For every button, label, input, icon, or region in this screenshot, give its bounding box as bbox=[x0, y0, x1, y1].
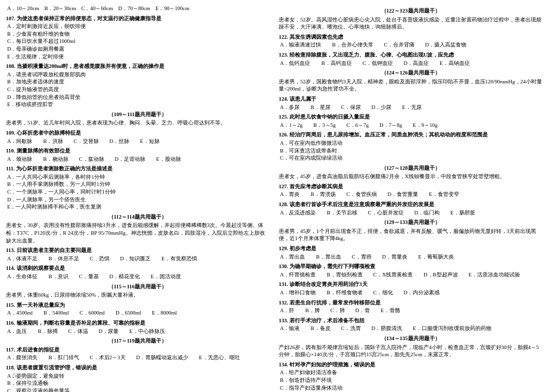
s122-header: （122～123题共用题干） bbox=[279, 7, 542, 15]
watermark: IV Wrote bbox=[12, 372, 33, 380]
s112-header: （112～114题共用题干） bbox=[6, 213, 269, 221]
q129-stem: 患者男，45岁，1个月前出现食不正，排便，食欲减退，并有反酸、嗳气，服偏放药物无… bbox=[279, 228, 542, 242]
s109-header: （109～111题共用题干） bbox=[6, 111, 269, 119]
q122-stem: 患者女，52岁。高风湿性心脏病患心尖入院，处台于喜普级液抗感染，近量注射置药物治… bbox=[279, 16, 542, 31]
q132-title: 132. 若患生自行抗排，最常发作转移部位是 bbox=[279, 299, 542, 307]
q111: 111. 为心坏折患者测脉数正确的方法是描述是 A．一人共同心率后测脉率，各时持… bbox=[6, 165, 269, 211]
intro-options: A．10～20cm B．20～30cm C．40～60cm D．70～80cm … bbox=[6, 5, 269, 13]
q115: 115. 第一天补液总量应为 A．4500ml B．5400ml C．6000m… bbox=[6, 301, 269, 317]
q127-options: A．胃炎 B．胃溃疡 C．食管疾病 D．食管重量 E．食管变窄 bbox=[280, 191, 542, 198]
q110: 110. 测量脉搏的有效部位是 A．颈动脉 B．桡动脉 C．肱动脉 D．足背动脉… bbox=[6, 147, 269, 163]
q115-title: 115. 第一天补液总量应为 bbox=[6, 301, 269, 309]
q107-title: 107. 为使这患者保持正常的排便形态，对支温行的正确健康指导是 bbox=[6, 15, 269, 23]
q111-options: A．一人共同心率后测脉率，各时持1分钟 B．一人用手掌测脉搏数，另一人同时1分钟… bbox=[7, 173, 269, 211]
q116-title: 116. 输液期间，判断右容量是否补足的算段、可靠的指标是 bbox=[6, 319, 269, 327]
q131-options: A．增补口食物 B．纤维食物者 C．细化 D．内分泌素感 bbox=[280, 289, 542, 297]
q126: 126. 经治疗两周后，患儿尿排增加。血压正常，间质血肿消失；其机动动的程度和范… bbox=[279, 131, 542, 161]
q108: 108. 当摄积液量达200ml时，患者感觉腹胀并有便意，正确的操作是 A．请患… bbox=[6, 63, 269, 108]
q132-options: A．肝 B．脾 C．肺 D．骨 E．骨骼 bbox=[280, 307, 542, 315]
q109-options: A．间歇脉 B．洪脉 C．交替脉 D．丝脉 E．短脉 bbox=[7, 138, 269, 145]
q125: 125. 此时患儿饮食中钠的日摄入量应是 A．1～2g B．3～5g C．6～7… bbox=[279, 113, 542, 129]
q126-title: 126. 经治疗两周后，患儿尿排增加。血压正常，间质血肿消失；其机动动的程度和范… bbox=[279, 131, 542, 139]
q116: 116. 输液期间，判断右容量是否补足的算段、可靠的指标是 A．血压 B．脉搏 … bbox=[6, 319, 269, 335]
left-column: A．10～20cm B．20～30cm C．40～60cm D．70～80cm … bbox=[6, 5, 269, 392]
q118-title: 118. 该患者腹置引流管护理，错误的是 bbox=[6, 364, 269, 372]
s134-header: （134～135题共用题干） bbox=[279, 335, 542, 343]
q122-title: 122. 其发生诱调因素也先虑 bbox=[279, 33, 542, 41]
q129-title: 129. 初步考虑是 bbox=[279, 245, 542, 253]
q108-title: 108. 当摄积液量达200ml时，患者感觉腹胀并有便意，正确的操作是 bbox=[6, 63, 269, 70]
q124-options: A．多尿 B．星尿 C．保尿 D．少尿 E．无尿 bbox=[280, 104, 542, 111]
q134-options: A．给产妇做好清洁准备 B．创造舒适待产环境 C．指导产妇适量身体活动 D．指导… bbox=[280, 369, 542, 392]
q111-title: 111. 为心坏折患者测脉数正确的方法是描述是 bbox=[6, 165, 269, 173]
q129: 129. 初步考虑是 A．胃出血 B．胃出血 C．胃癌 D．胃量炎 E．葡萄肠大… bbox=[279, 245, 542, 260]
q133-title: 133. 若行手术治疗，术后准备不包括 bbox=[279, 317, 542, 325]
q134: 134. 针对孕产妇知的护理措施，错误的是 A．给产妇做好清洁准备 B．创造舒适… bbox=[279, 361, 542, 392]
q128: 128. 该患者行首诊手术后注意是注意观察最严重的并发症的发展是 A．反流进感染… bbox=[279, 201, 542, 216]
q116-options: A．血压 B．脉搏 C．体温 D．尿量 E．中心静脉压 bbox=[7, 328, 269, 335]
s117-header: （117～119题共用题干） bbox=[6, 337, 269, 345]
q108-options: A．请患者试呼吸放松腹胀部肌肉 B．加地患者适体的速度 C．提升输液管的高度 D… bbox=[7, 71, 269, 108]
q131: 131. 诊断结合改定胃炎并用药治疗3天 A．增补口食物 B．纤维食物者 C．细… bbox=[279, 281, 542, 296]
q110-title: 110. 测量脉搏的有效部位是 bbox=[6, 147, 269, 155]
q107: 107. 为使这患者保持正常的排便形态，对支温行的正确健康指导是 A．定时刺激排… bbox=[6, 15, 269, 61]
q114: 114. 该消刺的观察要点是 A．生命体征 B．意识 C．量基 D．精花变化 E… bbox=[6, 265, 269, 280]
q117: 117. 术后进食的指征是 A．腹张消失 B．肛门排气 C．术后2～3天 D．胃… bbox=[6, 346, 269, 362]
q125-title: 125. 此时患儿饮食中钠的日摄入量应是 bbox=[279, 113, 542, 121]
q130: 130. 为确早期确诊，需先行下列哪项检查 A．纤胃镜检查 B．胃钡剂检查 C．… bbox=[279, 263, 542, 278]
q122-options: A．输液滴速过快 B．合并心律失常 C．合并背痛 D．摄入高盐食物 bbox=[280, 41, 542, 49]
right-column: （122～123题共用题干） 患者女，52岁。高风湿性心脏病患心尖入院，处台于喜… bbox=[279, 5, 542, 392]
q134-stem: 产妇26岁，因有胎不规律宫缩短后，国际子宫入院待产，现临产4小时，检查血正常，宫… bbox=[279, 344, 542, 359]
q130-title: 130. 为确早期确诊，需先行下列哪项检查 bbox=[279, 263, 542, 270]
q114-title: 114. 该消刺的观察要点是 bbox=[6, 265, 269, 272]
q133-options: A．输液 B．备皮 C．洗胃 D．脐腹清洗 E．口服缓泻剂收缓前放药的药物 bbox=[280, 325, 542, 332]
q129-options: A．胃出血 B．胃出血 C．胃癌 D．胃量炎 E．葡萄肠大炎 bbox=[280, 253, 542, 261]
q134-title: 134. 针对孕产妇知的护理措施，错误的是 bbox=[279, 361, 542, 369]
q113-title: 113. 日前该患者主要的自主要问题是 bbox=[6, 247, 269, 254]
q113-options: A．体液不足 B．休息不足 C．恐惧 D．知识匮乏 E．有觉察恐惧 bbox=[7, 255, 269, 263]
q118-options: A．姿势固定，避免旋转 B．保持引流通畅 C．观察引流液的颜色量等 D．严格掌握… bbox=[7, 372, 269, 392]
q127-title: 127. 首先应考虑诊断其病是 bbox=[279, 183, 542, 191]
q107-options: A．定时刺激排近反应，朝饮排便 B．少食富有粗纤维的食物 C．每日饮水量不超过1… bbox=[7, 23, 269, 60]
q128-options: A．反流进感染 B．关节后移 C．心脏并发症 D．临门构 E．肠胆脏 bbox=[280, 209, 542, 217]
q112-stem: 患者女，30岁。农用没有性腹部胀痛持续3升水，进食后能感缓解，并起排便稀稀稀数3… bbox=[6, 222, 269, 244]
q123-title: 123. 经检查排除腹胀，又出现乏力、腹胀、心律、心电图出现U波，应先虑 bbox=[279, 51, 542, 59]
q115-stem: 患者男，体重60kg，日尿排物浓缩50%，医嘱大量补液。 bbox=[6, 291, 269, 299]
intro-option-line: A．10～20cm B．20～30cm C．40～60cm D．70～80cm … bbox=[7, 5, 269, 13]
q127-stem: 患者女，45岁，进食高油脂后脂肪结右侧腹痛2月余，X线钡餐显示，中段食管狭窄处管… bbox=[279, 173, 542, 181]
q123: 123. 经检查排除腹胀，又出现乏力、腹胀、心律、心电图出现U波，应先虑 A．低… bbox=[279, 51, 542, 67]
q115-options: A．4500ml B．5400ml C．6000ml D．6500ml E．80… bbox=[7, 309, 269, 317]
s127-header: （127～128题共用题干） bbox=[279, 164, 542, 172]
q110-options: A．颈动脉 B．桡动脉 C．肱动脉 D．足背动脉 E．股动脉 bbox=[7, 155, 269, 163]
page-container: A．10～20cm B．20～30cm C．40～60cm D．70～80cm … bbox=[6, 5, 542, 392]
q117-options: A．腹张消失 B．肛门排气 C．术后2～3天 D．胃肠蠕动返出减少 E．无恶心、… bbox=[7, 354, 269, 362]
q109-stem: 患者男，51岁。近几年时间入院，患者表现为心律、胸闷、头晕、乏力、呼吸心咫达到不… bbox=[6, 119, 269, 127]
s129-header: （129～133题共用题干） bbox=[279, 219, 542, 226]
q125-options: A．1～2g B．3～5g C．6～7g D．7～8g E．9～10g bbox=[280, 122, 542, 129]
q109: 109. 心坏折患者中的脉搏特征是 A．间歇脉 B．洪脉 C．交替脉 D．丝脉 … bbox=[6, 129, 269, 145]
q127: 127. 首先应考虑诊断其病是 A．胃炎 B．胃溃疡 C．食管疾病 D．食管重量… bbox=[279, 183, 542, 198]
q130-options: A．纤胃镜检查 B．胃钡剂检查 C．X线胃黄检查 D．B型超声波 E．活质涉血功… bbox=[280, 271, 542, 279]
q109-title: 109. 心坏折患者中的脉搏特征是 bbox=[6, 129, 269, 137]
q123-options: A．低钙血症 B．高钙血症 C．低钾血症 D．高血症 E．高钠血症 bbox=[280, 60, 542, 67]
q132: 132. 若患生自行抗排，最常发作转移部位是 A．肝 B．脾 C．肺 D．骨 E… bbox=[279, 299, 542, 315]
q124: 124. 该患儿属于 A．多尿 B．星尿 C．保尿 D．少尿 E．无尿 bbox=[279, 95, 542, 111]
s124-header: （124～126题共用题干） bbox=[279, 69, 542, 77]
q114-options: A．生命体征 B．意识 C．量基 D．精花变化 E．固活动度 bbox=[7, 273, 269, 281]
q124-stem: 患者男，52岁，国殿食物约3天入院，精神差，眼睑及面部浮肿，指压印陷不开显，血压… bbox=[279, 78, 542, 93]
q122: 122. 其发生诱调因素也先虑 A．输液滴速过快 B．合并心律失常 C．合并背痛… bbox=[279, 33, 542, 49]
q118: 118. 该患者腹置引流管护理，错误的是 A．姿势固定，避免旋转 B．保持引流通… bbox=[6, 364, 269, 392]
q117-title: 117. 术后进食的指征是 bbox=[6, 346, 269, 354]
q126-options: A．可在室内低作微微活动 B．可床查活活或带条时 C．可在室内或院绿绿活动 bbox=[280, 139, 542, 162]
q128-title: 128. 该患者行首诊手术后注意是注意观察最严重的并发症的发展是 bbox=[279, 201, 542, 209]
s115-header: （115～116题共用题干） bbox=[6, 283, 269, 291]
q133: 133. 若行手术治疗，术后准备不包括 A．输液 B．备皮 C．洗胃 D．脐腹清… bbox=[279, 317, 542, 332]
q131-title: 131. 诊断结合改定胃炎并用药治疗3天 bbox=[279, 281, 542, 288]
q113: 113. 日前该患者主要的自主要问题是 A．体液不足 B．休息不足 C．恐惧 D… bbox=[6, 247, 269, 262]
q124-title: 124. 该患儿属于 bbox=[279, 95, 542, 103]
